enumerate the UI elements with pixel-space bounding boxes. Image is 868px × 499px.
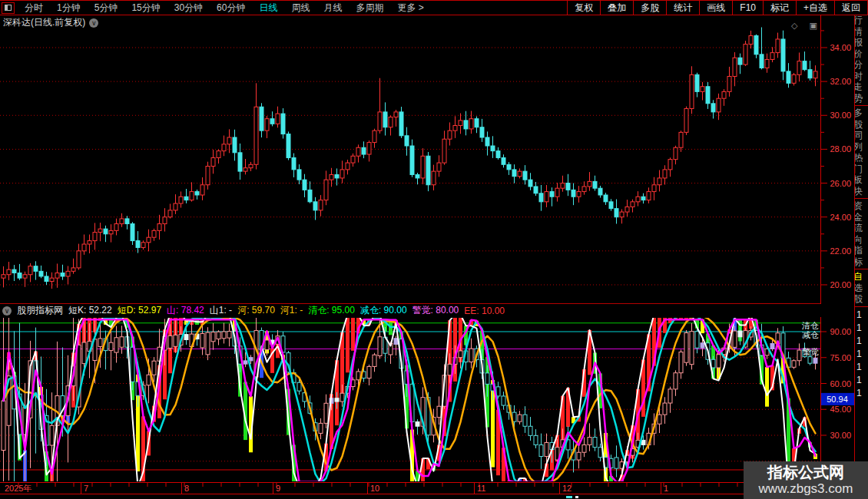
top-toolbar: 分时1分钟5分钟15分钟30分钟60分钟日线周线月线多周期更多 > 复权叠加多股… bbox=[0, 0, 868, 15]
collapse-indicator-icon[interactable]: ∨ bbox=[2, 306, 12, 316]
candle-body bbox=[71, 268, 75, 271]
candle-body bbox=[335, 175, 339, 178]
candle-body bbox=[636, 197, 640, 202]
candle-body bbox=[120, 219, 124, 224]
candle-body bbox=[502, 157, 505, 164]
candle-body bbox=[674, 147, 678, 159]
toolbar-button[interactable]: 标记 bbox=[763, 1, 796, 15]
toolbar-item[interactable]: 多周期 bbox=[349, 2, 390, 15]
chevron-down-icon[interactable]: ∨ bbox=[89, 18, 98, 28]
divider bbox=[855, 269, 868, 269]
toolbar-item[interactable]: 15分钟 bbox=[124, 2, 167, 15]
mini-candle-body bbox=[808, 357, 812, 364]
toolbar-button[interactable]: 叠加 bbox=[600, 1, 633, 15]
candle-body bbox=[475, 119, 479, 127]
toolbar-button[interactable]: 复权 bbox=[567, 1, 600, 15]
mini-candle-body bbox=[679, 352, 683, 373]
window-pane-icon[interactable] bbox=[2, 2, 15, 14]
candle-body bbox=[28, 266, 32, 275]
candle-body bbox=[367, 143, 371, 154]
mini-candle-body bbox=[534, 435, 538, 444]
candle-body bbox=[227, 137, 231, 144]
candle-body bbox=[620, 212, 624, 217]
candle-body bbox=[378, 112, 382, 131]
candle-body bbox=[593, 181, 597, 188]
mini-candle-body bbox=[265, 340, 269, 349]
toolbar-item[interactable]: 分时 bbox=[18, 2, 50, 15]
candle-body bbox=[604, 195, 608, 202]
mini-candle-body bbox=[792, 361, 796, 368]
watermark-url: www.zbgs3.com bbox=[759, 481, 853, 497]
axis-label: 30.00 bbox=[830, 431, 851, 440]
candle-body bbox=[2, 275, 5, 278]
period-tabs: 分时1分钟5分钟15分钟30分钟60分钟日线周线月线多周期更多 > bbox=[0, 1, 431, 15]
mini-candle-body bbox=[797, 350, 801, 361]
clipped-next-pane-mark bbox=[566, 496, 572, 498]
mini-candle-body bbox=[717, 355, 721, 368]
candle-body bbox=[23, 275, 27, 278]
candle-body bbox=[98, 229, 102, 232]
toolbar-button[interactable]: 返回 bbox=[834, 1, 868, 15]
candle-body bbox=[555, 188, 559, 197]
divider bbox=[855, 198, 868, 199]
toolbar-button[interactable]: F10 bbox=[732, 1, 763, 15]
axis-label: 34.00 bbox=[830, 43, 851, 52]
sidebar-glyph: 时 bbox=[854, 71, 868, 82]
mini-candle-body bbox=[593, 438, 597, 448]
toolbar-button[interactable]: 统计 bbox=[666, 1, 699, 15]
mini-candle-body bbox=[641, 440, 645, 444]
sidebar-glyph: 资 bbox=[854, 200, 868, 212]
toolbar-item[interactable]: 5分钟 bbox=[88, 2, 125, 15]
candle-body bbox=[598, 188, 602, 195]
mini-candle-body bbox=[297, 382, 301, 391]
axis-label: 32.00 bbox=[830, 77, 851, 86]
candle-body bbox=[104, 229, 108, 234]
candle-body bbox=[362, 147, 366, 154]
candle-body bbox=[190, 192, 194, 200]
candle-body bbox=[93, 233, 97, 241]
mini-candle-body bbox=[120, 337, 124, 348]
toolbar-item[interactable]: 日线 bbox=[252, 2, 284, 15]
toolbar-item[interactable]: 60分钟 bbox=[210, 2, 252, 15]
toolbar-item[interactable]: 月线 bbox=[316, 2, 349, 15]
toolbar-right-buttons: 复权叠加多股统计画线F10标记+自选返回 bbox=[567, 1, 868, 15]
candle-body bbox=[308, 190, 312, 201]
toolbar-item[interactable]: 30分钟 bbox=[167, 2, 210, 15]
indicator-value: 短K: 52.22 bbox=[68, 304, 112, 317]
axis-label: 12 bbox=[562, 484, 571, 493]
mini-candle-body bbox=[695, 332, 699, 349]
sidebar-glyph: 走 bbox=[854, 81, 868, 93]
candle-body bbox=[625, 207, 629, 212]
candle-body bbox=[760, 55, 764, 68]
candle-body bbox=[733, 58, 737, 76]
mini-candle-body bbox=[598, 448, 602, 458]
chart-canvas[interactable]: 34.0032.0030.0028.0026.0024.0022.0020.00… bbox=[0, 0, 868, 499]
axis-label: 60.00 bbox=[830, 379, 851, 388]
candle-body bbox=[287, 134, 290, 158]
right-sidebar-strip[interactable]: 行情报价分时走势多股同列热门板块资金流向指标自选股1111111 bbox=[854, 15, 868, 461]
toolbar-item[interactable]: 周线 bbox=[284, 2, 316, 15]
chart-corner-icons[interactable]: ◇ ▣ bbox=[791, 21, 822, 31]
mini-candle-body bbox=[502, 396, 505, 405]
candle-body bbox=[528, 180, 532, 187]
toolbar-button[interactable]: +自选 bbox=[796, 1, 834, 15]
candle-body bbox=[615, 209, 618, 217]
candle-body bbox=[39, 271, 43, 276]
candle-body bbox=[566, 183, 570, 190]
candle-body bbox=[523, 171, 527, 180]
toolbar-button[interactable]: 画线 bbox=[699, 1, 732, 15]
candle-body bbox=[426, 156, 430, 185]
mini-candle-body bbox=[416, 421, 419, 426]
candle-body bbox=[658, 178, 661, 185]
indicator-bar bbox=[351, 315, 355, 351]
main-price-chart bbox=[0, 28, 820, 289]
candle-body bbox=[136, 241, 140, 248]
divider bbox=[855, 105, 868, 106]
toolbar-item[interactable]: 更多 > bbox=[390, 2, 430, 15]
toolbar-item[interactable]: 1分钟 bbox=[50, 2, 88, 15]
indicator-bar bbox=[507, 481, 511, 499]
mini-candle-body bbox=[813, 358, 817, 363]
toolbar-button[interactable]: 多股 bbox=[633, 1, 666, 15]
candle-body bbox=[808, 70, 812, 78]
candle-body bbox=[437, 163, 441, 171]
